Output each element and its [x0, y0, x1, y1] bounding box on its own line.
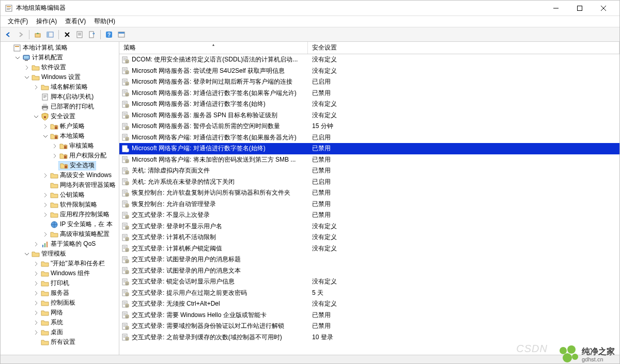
minimize-button[interactable] — [544, 1, 568, 16]
policy-row[interactable]: Microsoft 网络服务器: 服务器 SPN 目标名称验证级别没有定义 — [119, 110, 619, 121]
tree-node[interactable]: IP 安全策略，在 本 — [1, 219, 119, 229]
tree-toggle-icon[interactable] — [42, 192, 49, 199]
tree-toggle-icon[interactable] — [14, 54, 21, 61]
policy-row[interactable]: 交互式登录: 不显示上次登录已禁用 — [119, 210, 619, 221]
delete-button[interactable] — [61, 29, 73, 40]
policy-row[interactable]: 交互式登录: 试图登录的用户的消息标题 — [119, 254, 619, 265]
policy-row[interactable]: 恢复控制台: 允许软盘复制并访问所有驱动器和所有文件夹已禁用 — [119, 187, 619, 199]
tree-toggle-icon[interactable] — [51, 162, 58, 169]
column-header-security[interactable]: 安全设置 — [308, 42, 619, 54]
tree-node[interactable]: 基于策略的 QoS — [1, 239, 119, 249]
tree-node[interactable]: 审核策略 — [1, 141, 119, 151]
tree-node[interactable]: 公钥策略 — [1, 190, 119, 200]
tree-node[interactable]: Windows 设置 — [1, 72, 119, 82]
policy-row[interactable]: Microsoft 网络服务器: 对通信进行数字签名(如果客户端允许)已禁用 — [119, 88, 619, 99]
tree-toggle-icon[interactable] — [33, 339, 40, 346]
tree-node[interactable]: 安全选项 — [1, 161, 119, 170]
policy-row[interactable]: Microsoft 网络服务器: 对通信进行数字签名(始终)没有定义 — [119, 99, 619, 110]
list-body[interactable]: DCOM: 使用安全描述符定义语言(SDDL)语法的计算机启动...没有定义Mi… — [119, 54, 619, 355]
tree-toggle-icon[interactable] — [42, 182, 49, 189]
tree-node[interactable]: 高级安全 Windows — [1, 170, 119, 180]
policy-row[interactable]: Microsoft 网络客户端: 对通信进行数字签名(始终)已禁用 — [119, 143, 619, 154]
menu-action[interactable]: 操作(A) — [32, 16, 61, 27]
maximize-button[interactable] — [568, 1, 592, 16]
tree-node[interactable]: 本地计算机 策略 — [1, 43, 119, 53]
tree-node[interactable]: 软件限制策略 — [1, 200, 119, 210]
tree-node[interactable]: 网络 — [1, 308, 119, 318]
policy-row[interactable]: 交互式登录: 登录时不显示用户名没有定义 — [119, 221, 619, 232]
policy-row[interactable]: Microsoft 网络服务器: 尝试使用 S4U2Self 获取声明信息没有定… — [119, 66, 619, 77]
policy-row[interactable]: Microsoft 网络服务器: 登录时间过期后断开与客户端的连接已启用 — [119, 76, 619, 88]
policy-row[interactable]: 交互式登录: 计算机不活动限制没有定义 — [119, 232, 619, 243]
menu-file[interactable]: 文件(F) — [4, 16, 32, 27]
help-button[interactable]: ? — [103, 29, 115, 40]
tree-node[interactable]: 用户权限分配 — [1, 151, 119, 161]
back-button[interactable] — [3, 29, 14, 40]
tree-toggle-icon[interactable] — [33, 290, 40, 297]
tree-toggle-icon[interactable] — [33, 113, 40, 120]
tree-node[interactable]: 本地策略 — [1, 131, 119, 141]
show-hide-tree-button[interactable] — [44, 29, 56, 40]
tree-toggle-icon[interactable] — [33, 299, 40, 307]
tree-toggle-icon[interactable] — [51, 152, 58, 160]
horizontal-scrollbar[interactable] — [1, 355, 619, 363]
tree-node[interactable]: 所有设置 — [1, 337, 119, 347]
tree-toggle-icon[interactable] — [33, 309, 40, 316]
tree-node[interactable]: 系统 — [1, 318, 119, 327]
tree-node[interactable]: 安全设置 — [1, 112, 119, 121]
tree-node[interactable]: 高级审核策略配置 — [1, 229, 119, 239]
policy-row[interactable]: DCOM: 使用安全描述符定义语言(SDDL)语法的计算机启动...没有定义 — [119, 54, 619, 66]
tree-toggle-icon[interactable] — [51, 143, 58, 150]
tree-node[interactable]: 网络列表管理器策略 — [1, 180, 119, 190]
tree-node[interactable]: "开始"菜单和任务栏 — [1, 259, 119, 268]
tree-toggle-icon[interactable] — [33, 280, 40, 287]
tree-pane[interactable]: 本地计算机 策略计算机配置软件设置Windows 设置域名解析策略脚本(启动/关… — [1, 42, 119, 355]
policy-row[interactable]: Microsoft 网络服务器: 暂停会话前所需的空闲时间数量15 分钟 — [119, 121, 619, 132]
tree-toggle-icon[interactable] — [42, 133, 49, 140]
up-button[interactable] — [32, 29, 43, 40]
tree-node[interactable]: 域名解析策略 — [1, 82, 119, 92]
tree-toggle-icon[interactable] — [42, 211, 49, 218]
policy-row[interactable]: 交互式登录: 锁定会话时显示用户信息没有定义 — [119, 276, 619, 288]
tree-toggle-icon[interactable] — [33, 103, 40, 110]
properties-button[interactable] — [74, 29, 85, 40]
tree-toggle-icon[interactable] — [23, 64, 30, 71]
tree-toggle-icon[interactable] — [42, 172, 49, 179]
tree-toggle-icon[interactable] — [33, 260, 40, 267]
policy-row[interactable]: 关机: 清除虚拟内存页面文件已禁用 — [119, 165, 619, 177]
tree-toggle-icon[interactable] — [5, 44, 12, 52]
tree-node[interactable]: 脚本(启动/关机) — [1, 92, 119, 102]
tree-node[interactable]: 服务器 — [1, 288, 119, 298]
column-header-policy[interactable]: 策略 ▴ — [119, 42, 308, 54]
policy-row[interactable]: Microsoft 网络客户端: 将未加密的密码发送到第三方 SMB ...已禁… — [119, 154, 619, 166]
menu-help[interactable]: 帮助(H) — [90, 16, 119, 27]
tree-node[interactable]: 管理模板 — [1, 249, 119, 259]
tree-node[interactable]: 打印机 — [1, 278, 119, 288]
tree-toggle-icon[interactable] — [33, 329, 40, 336]
policy-row[interactable]: 交互式登录: 需要 Windows Hello 企业版或智能卡已禁用 — [119, 310, 619, 321]
tree-node[interactable]: 应用程序控制策略 — [1, 210, 119, 219]
tree-toggle-icon[interactable] — [23, 74, 30, 81]
forward-button[interactable] — [15, 29, 26, 40]
tree-node[interactable]: 控制面板 — [1, 298, 119, 308]
tree-node[interactable]: 帐户策略 — [1, 121, 119, 131]
export-button[interactable] — [86, 29, 98, 40]
tree-node[interactable]: 桌面 — [1, 327, 119, 337]
policy-row[interactable]: 交互式登录: 试图登录的用户的消息文本 — [119, 265, 619, 277]
tree-toggle-icon[interactable] — [33, 241, 40, 248]
tree-toggle-icon[interactable] — [42, 201, 49, 209]
tree-toggle-icon[interactable] — [33, 319, 40, 326]
refresh-button[interactable] — [116, 29, 127, 40]
tree-toggle-icon[interactable] — [33, 93, 40, 101]
policy-row[interactable]: 交互式登录: 提示用户在过期之前更改密码5 天 — [119, 288, 619, 299]
policy-row[interactable]: Microsoft 网络客户端: 对通信进行数字签名(如果服务器允许)已启用 — [119, 132, 619, 144]
tree-node[interactable]: 计算机配置 — [1, 53, 119, 62]
close-button[interactable] — [592, 1, 615, 16]
tree-toggle-icon[interactable] — [42, 221, 49, 228]
tree-node[interactable]: Windows 组件 — [1, 268, 119, 278]
tree-toggle-icon[interactable] — [42, 123, 49, 130]
tree-toggle-icon[interactable] — [42, 231, 49, 238]
tree-toggle-icon[interactable] — [23, 250, 30, 258]
policy-row[interactable]: 恢复控制台: 允许自动管理登录已禁用 — [119, 199, 619, 210]
tree-node[interactable]: 已部署的打印机 — [1, 102, 119, 112]
